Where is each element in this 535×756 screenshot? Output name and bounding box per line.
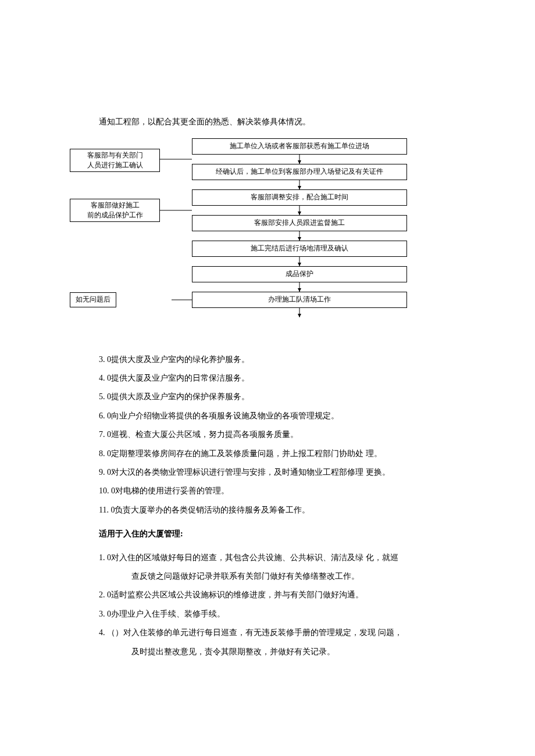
flow-step-4-label: 客服部安排人员跟进监督施工 — [254, 218, 345, 228]
flow-left-box-protect: 客服部做好施工 前的成品保护工作 — [70, 199, 160, 222]
flow-left-box-confirm: 客服部与有关部门 人员进行施工确认 — [70, 149, 160, 172]
list-item: 10. 0对电梯的使用进行妥善的管理。 — [99, 485, 436, 497]
list-item: 5. 0提供大原及业户室内的保护保养服务。 — [99, 390, 436, 403]
flow-step-5: 施工完结后进行场地清理及确认 — [192, 241, 407, 257]
flow-step-2: 经确认后，施工单位到客服部办理入场登记及有关证件 — [192, 164, 407, 180]
flow-step-4: 客服部安排人员跟进监督施工 — [192, 215, 407, 231]
flow-left-box-confirm-line2: 人员进行施工确认 — [87, 160, 143, 170]
list-item: 1. 0对入住的区域做好每日的巡查，其包含公共设施、公共标识、清洁及绿 化，就巡 — [99, 551, 436, 564]
list-item: 3. 0提供大度及业户室内的绿化养护服务。 — [99, 353, 436, 366]
flow-left-box-noissue: 如无问题后 — [70, 292, 116, 307]
list-item: 11. 0负责大厦举办的各类促销活动的接待服务及筹备工作。 — [99, 504, 436, 517]
flow-step-6-label: 成品保护 — [286, 269, 313, 279]
list-item: 查反馈之问题做好记录并联系有关部门做好有关修缮整改工作。 — [99, 570, 436, 583]
flow-step-2-label: 经确认后，施工单位到客服部办理入场登记及有关证件 — [216, 167, 383, 177]
flow-step-6: 成品保护 — [192, 266, 407, 282]
flow-left-box-protect-line2: 前的成品保护工作 — [87, 210, 143, 220]
flow-step-1: 施工单位入场或者客服部获悉有施工单位进场 — [192, 138, 407, 155]
list-item: 及时提出整改意见，责令其限期整改，并做好有关记录。 — [99, 646, 436, 658]
list-item: 3. 0办理业户入住手续、装修手续。 — [99, 608, 436, 621]
list-item: 2. 0适时监察公共区域公共设施标识的维修进度，并与有关部门做好沟通。 — [99, 589, 436, 601]
list-item: 4. 0提供大厦及业户室内的日常保洁服务。 — [99, 372, 436, 385]
flow-left-box-protect-line1: 客服部做好施工 — [91, 200, 140, 210]
flow-left-box-confirm-line1: 客服部与有关部门 — [87, 151, 143, 160]
flowchart: 客服部与有关部门 人员进行施工确认 客服部做好施工 前的成品保护工作 如无问题后… — [70, 138, 407, 330]
flow-step-7: 办理施工队清场工作 — [192, 292, 407, 308]
list-move-in: 1. 0对入住的区域做好每日的巡查，其包含公共设施、公共标识、清洁及绿 化，就巡… — [99, 551, 436, 658]
list-services: 3. 0提供大度及业户室内的绿化养护服务。 4. 0提供大厦及业户室内的日常保洁… — [99, 353, 436, 517]
list-item: 4. （）对入住装修的单元进行每日巡查，有无违反装修手册的管理规定，发现 问题， — [99, 626, 436, 639]
section-title-move-in: 适用于入住的大厦管理: — [99, 528, 436, 540]
list-item: 9. 0对大汉的各类物业管理标识进行管理与安排，及时通知物业工程部修理 更换。 — [99, 466, 436, 479]
flow-step-5-label: 施工完结后进行场地清理及确认 — [251, 243, 348, 253]
list-item: 6. 0向业户介绍物业将提供的各项服务设施及物业的各项管理规定。 — [99, 410, 436, 422]
list-item: 7. 0巡视、检查大厦公共区域，努力提高各项服务质量。 — [99, 428, 436, 441]
flow-left-box-noissue-label: 如无问题后 — [76, 295, 110, 304]
flow-step-7-label: 办理施工队清场工作 — [268, 295, 331, 304]
flow-step-3: 客服部调整安排，配合施工时间 — [192, 189, 407, 206]
list-item: 8. 0定期整理装修房间存在的施工及装修质量问题，并上报工程部门协助处 理。 — [99, 447, 436, 460]
flow-step-1-label: 施工单位入场或者客服部获悉有施工单位进场 — [230, 141, 369, 151]
intro-text: 通知工程部，以配合其更全面的熟悉、解决装修具体情况。 — [99, 116, 436, 128]
flow-step-3-label: 客服部调整安排，配合施工时间 — [251, 192, 348, 202]
